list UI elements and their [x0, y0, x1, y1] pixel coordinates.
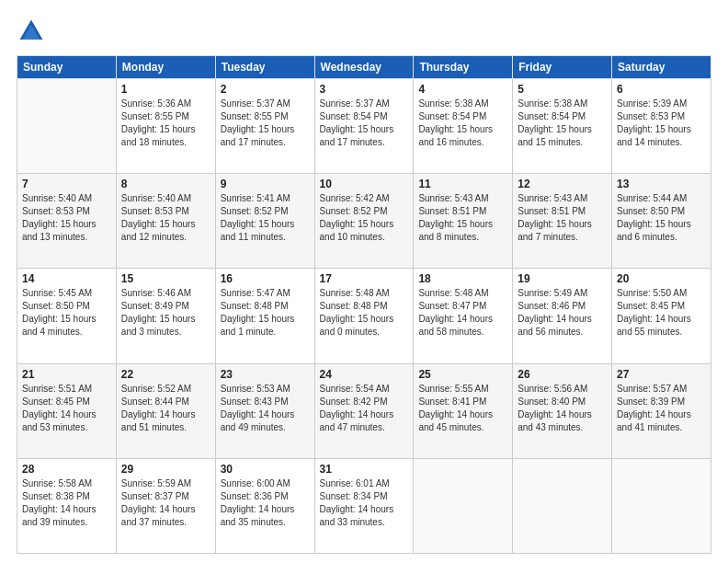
calendar-cell: 5Sunrise: 5:38 AM Sunset: 8:54 PM Daylig… — [513, 79, 612, 174]
calendar-cell: 23Sunrise: 5:53 AM Sunset: 8:43 PM Dayli… — [215, 363, 314, 458]
day-info: Sunrise: 5:40 AM Sunset: 8:53 PM Dayligh… — [22, 192, 111, 244]
day-number: 13 — [617, 178, 706, 190]
day-info: Sunrise: 5:43 AM Sunset: 8:51 PM Dayligh… — [518, 192, 607, 244]
calendar-cell: 3Sunrise: 5:37 AM Sunset: 8:54 PM Daylig… — [314, 79, 414, 174]
calendar-cell: 11Sunrise: 5:43 AM Sunset: 8:51 PM Dayli… — [414, 174, 513, 269]
day-info: Sunrise: 5:46 AM Sunset: 8:49 PM Dayligh… — [121, 287, 210, 339]
day-number: 4 — [418, 83, 507, 96]
day-info: Sunrise: 5:39 AM Sunset: 8:53 PM Dayligh… — [617, 98, 706, 149]
day-info: Sunrise: 5:58 AM Sunset: 8:38 PM Dayligh… — [22, 477, 111, 529]
calendar-cell — [513, 458, 612, 553]
day-number: 11 — [418, 178, 507, 190]
calendar-cell: 31Sunrise: 6:01 AM Sunset: 8:34 PM Dayli… — [314, 458, 414, 553]
day-number: 2 — [221, 83, 310, 96]
day-info: Sunrise: 5:38 AM Sunset: 8:54 PM Dayligh… — [418, 98, 507, 149]
day-number: 6 — [617, 83, 706, 96]
day-number: 23 — [221, 368, 310, 381]
calendar-cell: 18Sunrise: 5:48 AM Sunset: 8:47 PM Dayli… — [414, 269, 513, 363]
logo-icon — [17, 17, 46, 46]
day-number: 30 — [221, 463, 310, 476]
day-number: 5 — [518, 83, 607, 96]
day-info: Sunrise: 5:57 AM Sunset: 8:39 PM Dayligh… — [617, 383, 706, 434]
day-info: Sunrise: 5:44 AM Sunset: 8:50 PM Dayligh… — [617, 192, 706, 244]
week-row-5: 28Sunrise: 5:58 AM Sunset: 8:38 PM Dayli… — [17, 458, 711, 553]
day-number: 1 — [121, 83, 210, 96]
calendar-cell: 16Sunrise: 5:47 AM Sunset: 8:48 PM Dayli… — [215, 269, 314, 363]
day-info: Sunrise: 6:01 AM Sunset: 8:34 PM Dayligh… — [320, 477, 409, 529]
day-info: Sunrise: 5:59 AM Sunset: 8:37 PM Dayligh… — [121, 477, 210, 529]
weekday-header-saturday: Saturday — [612, 56, 711, 79]
day-info: Sunrise: 5:50 AM Sunset: 8:45 PM Dayligh… — [617, 287, 706, 339]
calendar-cell: 27Sunrise: 5:57 AM Sunset: 8:39 PM Dayli… — [612, 363, 711, 458]
weekday-header-sunday: Sunday — [17, 56, 117, 79]
day-number: 14 — [22, 272, 111, 285]
calendar-cell: 2Sunrise: 5:37 AM Sunset: 8:55 PM Daylig… — [215, 79, 314, 174]
calendar-cell: 1Sunrise: 5:36 AM Sunset: 8:55 PM Daylig… — [116, 79, 215, 174]
day-info: Sunrise: 5:41 AM Sunset: 8:52 PM Dayligh… — [221, 192, 310, 244]
day-info: Sunrise: 5:56 AM Sunset: 8:40 PM Dayligh… — [518, 383, 607, 434]
calendar-cell: 20Sunrise: 5:50 AM Sunset: 8:45 PM Dayli… — [612, 269, 711, 363]
day-number: 19 — [518, 272, 607, 285]
week-row-2: 7Sunrise: 5:40 AM Sunset: 8:53 PM Daylig… — [17, 174, 711, 269]
calendar-cell: 7Sunrise: 5:40 AM Sunset: 8:53 PM Daylig… — [17, 174, 117, 269]
day-number: 10 — [320, 178, 409, 190]
calendar: SundayMondayTuesdayWednesdayThursdayFrid… — [17, 55, 711, 554]
day-info: Sunrise: 5:49 AM Sunset: 8:46 PM Dayligh… — [518, 287, 607, 339]
weekday-header-monday: Monday — [116, 56, 215, 79]
day-number: 17 — [320, 272, 409, 285]
calendar-cell — [414, 458, 513, 553]
day-info: Sunrise: 5:42 AM Sunset: 8:52 PM Dayligh… — [320, 192, 409, 244]
day-info: Sunrise: 5:55 AM Sunset: 8:41 PM Dayligh… — [418, 383, 507, 434]
day-info: Sunrise: 5:53 AM Sunset: 8:43 PM Dayligh… — [221, 383, 310, 434]
calendar-cell: 30Sunrise: 6:00 AM Sunset: 8:36 PM Dayli… — [215, 458, 314, 553]
day-info: Sunrise: 5:48 AM Sunset: 8:48 PM Dayligh… — [320, 287, 409, 339]
day-number: 12 — [518, 178, 607, 190]
day-info: Sunrise: 5:37 AM Sunset: 8:55 PM Dayligh… — [221, 98, 310, 149]
calendar-cell: 4Sunrise: 5:38 AM Sunset: 8:54 PM Daylig… — [414, 79, 513, 174]
calendar-cell: 26Sunrise: 5:56 AM Sunset: 8:40 PM Dayli… — [513, 363, 612, 458]
calendar-cell: 17Sunrise: 5:48 AM Sunset: 8:48 PM Dayli… — [314, 269, 414, 363]
day-number: 24 — [320, 368, 409, 381]
week-row-4: 21Sunrise: 5:51 AM Sunset: 8:45 PM Dayli… — [17, 363, 711, 458]
day-number: 18 — [418, 272, 507, 285]
week-row-1: 1Sunrise: 5:36 AM Sunset: 8:55 PM Daylig… — [17, 79, 711, 174]
day-number: 16 — [221, 272, 310, 285]
calendar-cell: 21Sunrise: 5:51 AM Sunset: 8:45 PM Dayli… — [17, 363, 117, 458]
calendar-cell: 9Sunrise: 5:41 AM Sunset: 8:52 PM Daylig… — [215, 174, 314, 269]
day-number: 31 — [320, 463, 409, 476]
day-info: Sunrise: 5:48 AM Sunset: 8:47 PM Dayligh… — [418, 287, 507, 339]
day-number: 20 — [617, 272, 706, 285]
logo — [17, 17, 50, 46]
day-info: Sunrise: 5:52 AM Sunset: 8:44 PM Dayligh… — [121, 383, 210, 434]
calendar-cell: 28Sunrise: 5:58 AM Sunset: 8:38 PM Dayli… — [17, 458, 117, 553]
calendar-cell — [17, 79, 117, 174]
day-info: Sunrise: 5:51 AM Sunset: 8:45 PM Dayligh… — [22, 383, 111, 434]
calendar-cell: 13Sunrise: 5:44 AM Sunset: 8:50 PM Dayli… — [612, 174, 711, 269]
calendar-cell: 12Sunrise: 5:43 AM Sunset: 8:51 PM Dayli… — [513, 174, 612, 269]
day-number: 21 — [22, 368, 111, 381]
weekday-header-wednesday: Wednesday — [314, 56, 414, 79]
day-number: 26 — [518, 368, 607, 381]
calendar-cell: 24Sunrise: 5:54 AM Sunset: 8:42 PM Dayli… — [314, 363, 414, 458]
day-number: 3 — [320, 83, 409, 96]
header — [17, 17, 711, 46]
weekday-header-tuesday: Tuesday — [215, 56, 314, 79]
weekday-header-row: SundayMondayTuesdayWednesdayThursdayFrid… — [17, 56, 711, 79]
day-info: Sunrise: 5:43 AM Sunset: 8:51 PM Dayligh… — [418, 192, 507, 244]
day-number: 7 — [22, 178, 111, 190]
day-number: 25 — [418, 368, 507, 381]
day-info: Sunrise: 5:40 AM Sunset: 8:53 PM Dayligh… — [121, 192, 210, 244]
calendar-cell: 14Sunrise: 5:45 AM Sunset: 8:50 PM Dayli… — [17, 269, 117, 363]
week-row-3: 14Sunrise: 5:45 AM Sunset: 8:50 PM Dayli… — [17, 269, 711, 363]
calendar-cell: 22Sunrise: 5:52 AM Sunset: 8:44 PM Dayli… — [116, 363, 215, 458]
day-number: 27 — [617, 368, 706, 381]
calendar-cell: 29Sunrise: 5:59 AM Sunset: 8:37 PM Dayli… — [116, 458, 215, 553]
calendar-cell: 19Sunrise: 5:49 AM Sunset: 8:46 PM Dayli… — [513, 269, 612, 363]
day-info: Sunrise: 5:38 AM Sunset: 8:54 PM Dayligh… — [518, 98, 607, 149]
day-number: 8 — [121, 178, 210, 190]
weekday-header-thursday: Thursday — [414, 56, 513, 79]
day-number: 22 — [121, 368, 210, 381]
calendar-cell: 6Sunrise: 5:39 AM Sunset: 8:53 PM Daylig… — [612, 79, 711, 174]
day-number: 9 — [221, 178, 310, 190]
calendar-cell — [612, 458, 711, 553]
